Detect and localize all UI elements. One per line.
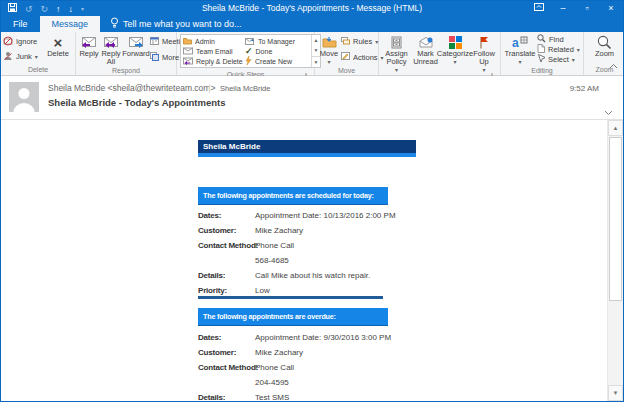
appointments-overdue-section: The following appointments are overdue: … <box>198 308 388 325</box>
junk-button[interactable]: Junk ▾ <box>3 52 43 62</box>
appointment-field-row: 204-4595 <box>198 378 448 393</box>
find-button[interactable]: Find <box>537 34 579 44</box>
redo-icon[interactable]: ↻ <box>41 4 49 14</box>
actions-icon <box>341 52 350 62</box>
undo-icon[interactable]: ↺ <box>25 4 33 14</box>
maximize-button[interactable]: ▫ <box>575 1 599 16</box>
move-folder-icon <box>322 34 337 50</box>
dropdown-arrow-icon: ▾ <box>572 56 575 63</box>
collapse-ribbon-icon[interactable] <box>609 55 618 73</box>
envelope-icon <box>183 47 193 56</box>
dropdown-arrow-icon: ▾ <box>518 58 521 66</box>
quick-step-create-new[interactable]: Create New <box>245 56 309 66</box>
zoom-magnifier-icon <box>597 34 612 50</box>
translate-button[interactable]: a Translate ▾ <box>503 33 537 66</box>
dropdown-arrow-icon: ▾ <box>327 58 330 66</box>
vertical-scrollbar[interactable]: ▲ ▼ <box>607 120 623 401</box>
reply-all-button[interactable]: Reply All <box>100 33 122 66</box>
delete-button[interactable]: × Delete <box>43 33 73 65</box>
dropdown-arrow-icon: ▾ <box>35 53 38 60</box>
minimize-button[interactable]: – <box>551 1 575 16</box>
folder-icon <box>183 37 192 46</box>
tab-message[interactable]: Message <box>40 16 101 32</box>
more-respond-button[interactable]: More ▾ <box>150 52 177 62</box>
section-divider-rule <box>198 296 383 299</box>
select-button[interactable]: Select ▾ <box>537 55 579 65</box>
dropdown-arrow-icon: ▾ <box>375 38 378 45</box>
ribbon-display-options-icon[interactable] <box>527 1 551 16</box>
related-button[interactable]: Related ▾ <box>537 44 579 54</box>
appointment-field-row: Contact Method: Phone Call <box>198 363 448 378</box>
scrollbar-thumb[interactable] <box>609 137 622 301</box>
group-label-respond: Respond <box>76 66 176 76</box>
ribbon-group-respond: Reply Reply All Forward Meeting <box>76 32 177 75</box>
section-banner: The following appointments are scheduled… <box>198 187 388 204</box>
envelope-arrow-icon <box>245 37 255 46</box>
close-button[interactable]: × <box>599 1 623 16</box>
outlook-message-window: ↺ ↻ ↑ ↓ ▾ Sheila McBride - Today's Appoi… <box>0 0 624 402</box>
mark-unread-button[interactable]: Mark Unread <box>412 33 439 74</box>
email-title-banner: Sheila McBride <box>198 140 416 157</box>
tell-me-box[interactable]: Tell me what you want to do... <box>100 16 252 32</box>
sender-address[interactable]: Sheila McBride <sheila@thewriteteam.com> <box>48 83 215 93</box>
quick-access-toolbar: ↺ ↻ ↑ ↓ ▾ <box>8 1 84 16</box>
translate-icon: a <box>512 34 528 50</box>
quick-step-admin[interactable]: Admin <box>183 37 245 46</box>
ignore-icon <box>3 36 13 48</box>
save-icon[interactable] <box>8 3 17 14</box>
categorize-icon <box>449 34 462 50</box>
received-time: 9:52 AM <box>570 84 599 93</box>
assign-policy-button[interactable]: Assign Policy ▾ <box>381 33 412 74</box>
quick-steps-dialog-launcher-icon[interactable] <box>305 66 313 74</box>
forward-button[interactable]: Forward <box>122 33 150 66</box>
ribbon-group-editing: a Translate ▾ Find Related ▾ <box>501 32 584 75</box>
expand-header-chevron-icon[interactable] <box>604 102 613 120</box>
scrollbar-up-arrow[interactable]: ▲ <box>608 120 623 136</box>
group-label-zoom: Zoom <box>584 65 624 75</box>
ribbon-group-quick-steps: Admin To Manager Team Email ✓ Done <box>177 32 315 75</box>
dropdown-arrow-icon: ▾ <box>453 58 456 66</box>
appointment-field-row: Customer: Mike Zachary <box>198 226 448 241</box>
ignore-button[interactable]: Ignore <box>3 37 43 47</box>
checkmark-icon: ✓ <box>245 46 253 56</box>
tab-file[interactable]: File <box>1 16 40 32</box>
ribbon: Ignore Junk ▾ × Delete Delete <box>1 32 623 76</box>
scrollbar-down-arrow[interactable]: ▼ <box>608 385 623 401</box>
svg-text:a: a <box>512 36 519 49</box>
recipient-name[interactable]: Sheila McBride <box>209 84 270 93</box>
move-button[interactable]: Move ▾ <box>317 33 341 66</box>
customize-qat-icon[interactable]: ▾ <box>81 5 84 12</box>
forward-icon <box>128 34 144 50</box>
quick-step-team-email[interactable]: Team Email <box>183 47 245 56</box>
message-header: Sheila McBride <sheila@thewriteteam.com>… <box>1 76 623 120</box>
message-body: Sheila McBride The following appointment… <box>1 120 623 401</box>
appointment-field-row: Details: Test SMS <box>198 393 448 401</box>
reply-button[interactable]: Reply <box>78 33 100 66</box>
meeting-button[interactable]: Meeting <box>150 37 177 47</box>
group-label-delete: Delete <box>1 65 75 75</box>
rules-button[interactable]: Rules ▾ <box>341 37 375 47</box>
title-bar: ↺ ↻ ↑ ↓ ▾ Sheila McBride - Today's Appoi… <box>1 1 623 16</box>
email-title-text: Sheila McBride <box>198 140 416 153</box>
group-label-move: Move <box>315 66 378 76</box>
next-item-icon[interactable]: ↓ <box>69 4 74 14</box>
tags-dialog-launcher-icon[interactable] <box>491 66 499 74</box>
section-banner: The following appointments are overdue: <box>198 308 388 325</box>
ribbon-group-delete: Ignore Junk ▾ × Delete Delete <box>1 32 76 75</box>
quick-step-reply-delete[interactable]: Reply & Delete <box>183 57 245 66</box>
dropdown-arrow-icon: ▾ <box>482 66 485 74</box>
assign-policy-icon <box>391 34 402 50</box>
previous-item-icon[interactable]: ↑ <box>56 4 61 14</box>
quick-step-to-manager[interactable]: To Manager <box>245 37 309 46</box>
meeting-calendar-icon <box>150 36 159 47</box>
window-title: Sheila McBride - Today's Appointments - … <box>121 1 503 16</box>
more-icon <box>150 52 159 63</box>
appointment-field-row: Contact Method: Phone Call <box>198 241 448 256</box>
categorize-button[interactable]: Categorize ▾ <box>439 33 471 74</box>
appointment-field-row: Details: Call Mike about his watch repai… <box>198 271 448 286</box>
rules-icon <box>341 37 350 47</box>
group-label-editing: Editing <box>501 66 583 76</box>
appointments-today-section: The following appointments are scheduled… <box>198 187 388 204</box>
quick-step-done[interactable]: ✓ Done <box>245 46 309 56</box>
actions-button[interactable]: Actions ▾ <box>341 52 375 62</box>
